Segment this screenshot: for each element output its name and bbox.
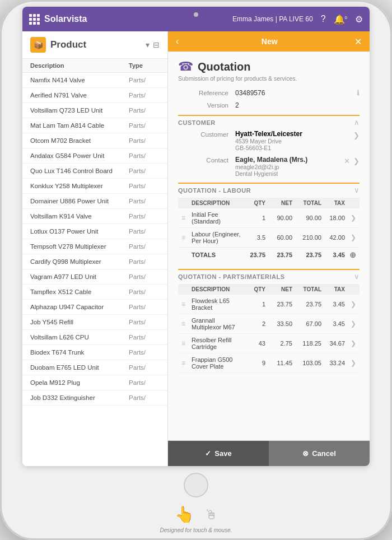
row-handle-icon: ≡ <box>181 300 192 308</box>
item-type: Parts/ <box>129 92 160 99</box>
item-name: Otcom M702 Bracket <box>30 137 129 144</box>
sidebar-title: Product <box>50 39 141 50</box>
customer-section-header: CUSTOMER ∧ <box>178 115 360 127</box>
cancel-icon: ⊗ <box>302 449 309 458</box>
table-row[interactable]: ≡ Initial Fee (Standard) 1 90.00 90.00 1… <box>178 208 360 228</box>
filter-icon[interactable]: ⊟ <box>153 40 160 49</box>
list-item[interactable]: Alphazap U947 CapacitorParts/ <box>22 300 167 315</box>
list-item[interactable]: Quo Lux T146 Control BoardParts/ <box>22 164 167 179</box>
contact-clear-icon[interactable]: ✕ <box>344 157 350 165</box>
quotation-subtitle: Submission of pricing for products & ser… <box>178 75 360 82</box>
row-chevron-icon[interactable]: ❯ <box>345 214 356 222</box>
item-name: Cardify Q998 Multiplexer <box>30 258 129 265</box>
touch-icon: 👆 <box>175 505 194 524</box>
home-button[interactable] <box>184 473 208 497</box>
customer-row: Customer Hyatt-Telex/Leicester 4539 Maye… <box>178 130 360 151</box>
row-desc: Flowdesk L65 Bracket <box>192 297 244 311</box>
list-item[interactable]: Opela M912 PlugParts/ <box>22 375 167 390</box>
gear-icon[interactable]: ⚙ <box>355 14 363 25</box>
labour-section-header: QUOTATION - LABOUR ∨ <box>178 183 360 194</box>
item-name: Andalax G584 Power Unit <box>30 152 129 159</box>
row-chevron-icon[interactable]: ❯ <box>345 359 356 367</box>
cancel-button[interactable]: ⊗ Cancel <box>269 441 370 466</box>
modal-title: New <box>184 37 354 46</box>
list-item[interactable]: Konklux Y258 MultiplexerParts/ <box>22 179 167 194</box>
item-name: Voltsillam L626 CPU <box>30 334 129 341</box>
list-item[interactable]: Voltsillam L626 CPUParts/ <box>22 330 167 345</box>
quotation-title: Quotation <box>198 60 250 73</box>
contact-chevron-icon[interactable]: ❯ <box>353 157 360 165</box>
table-row[interactable]: ≡ Labour (Engineer, Per Hour) 3.5 60.00 … <box>178 228 360 248</box>
row-tax: 33.24 <box>321 360 345 366</box>
item-name: Vagram A977 LED Unit <box>30 273 129 280</box>
add-labour-icon[interactable]: ⊕ <box>345 250 356 259</box>
reference-value[interactable]: 03489576 <box>235 89 353 97</box>
row-desc: Frappian G500 Cover Plate <box>192 356 244 370</box>
row-desc: Resolber Refill Cartridge <box>192 337 244 350</box>
list-item[interactable]: Duobam E765 LED UnitParts/ <box>22 360 167 375</box>
list-item[interactable]: Vagram A977 LED UnitParts/ <box>22 269 167 285</box>
grid-icon <box>29 14 40 25</box>
mouse-icon: 🖱 <box>204 507 218 523</box>
customer-chevron-icon[interactable]: ❯ <box>353 130 360 151</box>
help-icon[interactable]: ? <box>321 14 326 24</box>
parts-rows: ≡ Flowdesk L65 Bracket 1 23.75 23.75 3.4… <box>178 295 360 373</box>
list-item[interactable]: Otcom M702 BracketParts/ <box>22 133 167 148</box>
info-icon: ℹ <box>357 89 360 97</box>
list-item[interactable]: Voltsillam Q723 LED UnitParts/ <box>22 103 167 118</box>
list-item[interactable]: Tempsoft V278 MultiplexerParts/ <box>22 239 167 254</box>
top-bar: Solarvista Emma James | PA LIVE 60 ? 🔔0 … <box>22 7 370 31</box>
list-item[interactable]: Job Y545 RefillParts/ <box>22 315 167 330</box>
bell-icon[interactable]: 🔔0 <box>334 14 347 25</box>
row-net: 33.50 <box>265 320 292 327</box>
row-chevron-icon[interactable]: ❯ <box>345 300 356 308</box>
col-type-header: Type <box>129 62 160 69</box>
list-item[interactable]: Domainer U886 Power UnitParts/ <box>22 194 167 209</box>
qty-col-header: QTY <box>244 200 265 206</box>
list-item[interactable]: Andalax G584 Power UnitParts/ <box>22 148 167 164</box>
contact-label: Contact <box>178 156 228 164</box>
list-item[interactable]: Tampflex X512 CableParts/ <box>22 285 167 300</box>
contact-actions: ✕ ❯ <box>344 156 360 165</box>
customer-section-chevron[interactable]: ∧ <box>354 118 360 127</box>
table-row[interactable]: ≡ Flowdesk L65 Bracket 1 23.75 23.75 3.4… <box>178 295 360 314</box>
labour-totals-label: TOTALS <box>181 252 244 258</box>
list-item[interactable]: Job D332 ExtinguisherParts/ <box>22 390 167 406</box>
labour-totals-total: 23.75 <box>292 252 321 258</box>
item-name: Lotlux O137 Power Unit <box>30 228 129 235</box>
list-item[interactable]: Cardify Q998 MultiplexerParts/ <box>22 254 167 269</box>
product-icon: 📦 <box>30 37 46 53</box>
back-button[interactable]: ‹ <box>176 36 179 46</box>
cancel-label: Cancel <box>312 449 336 458</box>
row-chevron-icon[interactable]: ❯ <box>345 339 356 347</box>
parts-section-chevron[interactable]: ∨ <box>354 272 360 281</box>
labour-table-header: DESCRIPTION QTY NET TOTAL TAX <box>178 198 360 208</box>
list-item[interactable]: Voltsillam K914 ValveParts/ <box>22 209 167 224</box>
save-button[interactable]: ✓ Save <box>168 441 269 466</box>
list-item[interactable]: Biodex T674 TrunkParts/ <box>22 345 167 360</box>
labour-section-chevron[interactable]: ∨ <box>354 186 360 194</box>
chevron-down-icon[interactable]: ▾ <box>146 40 150 49</box>
labour-totals-tax: 3.45 <box>321 252 345 258</box>
row-chevron-icon[interactable]: ❯ <box>345 320 356 328</box>
list-item[interactable]: Lotlux O137 Power UnitParts/ <box>22 224 167 239</box>
list-item[interactable]: Aerified N791 ValveParts/ <box>22 88 167 103</box>
list-item[interactable]: Mat Lam Tam A814 CableParts/ <box>22 118 167 133</box>
item-type: Parts/ <box>129 364 160 371</box>
close-button[interactable]: ✕ <box>354 36 362 47</box>
table-row[interactable]: ≡ Frappian G500 Cover Plate 9 11.45 103.… <box>178 353 360 373</box>
version-value[interactable]: 2 <box>235 101 360 109</box>
row-chevron-icon[interactable]: ❯ <box>345 234 356 241</box>
list-item[interactable]: Namfix N414 ValveParts/ <box>22 73 167 88</box>
contact-name: Eagle, Madalena (Mrs.) <box>235 156 340 164</box>
table-row[interactable]: ≡ Resolber Refill Cartridge 43 2.75 118.… <box>178 334 360 353</box>
contact-email: meagle2d@i2i.jp <box>235 164 340 170</box>
table-row[interactable]: ≡ Grannall Multiplexor M67 2 33.50 67.00… <box>178 314 360 334</box>
row-qty: 1 <box>244 301 265 308</box>
notification-count: 0 <box>345 15 347 20</box>
row-total: 210.00 <box>292 234 321 241</box>
item-type: Parts/ <box>129 273 160 280</box>
row-handle-icon: ≡ <box>181 339 192 347</box>
app-logo[interactable]: Solarvista <box>29 14 232 25</box>
total-col-header: TOTAL <box>292 200 321 206</box>
